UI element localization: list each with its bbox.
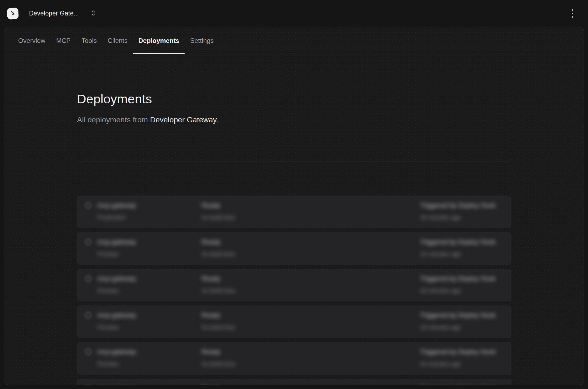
deployment-name: mcp-gateway bbox=[97, 348, 136, 356]
project-title: Developer Gate... bbox=[29, 10, 79, 17]
deployment-build-time: 0s build time bbox=[202, 250, 235, 258]
deployment-trigger-cell: Triggered by Deploy Hook 24 minutes ago bbox=[420, 232, 503, 265]
deployment-name: mcp-gateway bbox=[97, 311, 136, 319]
deployment-name: mcp-gateway bbox=[97, 238, 136, 246]
deployment-name: mcp-gateway bbox=[97, 201, 136, 209]
deployment-status: Ready bbox=[202, 311, 235, 319]
deployment-time-ago: 24 minutes ago bbox=[420, 323, 496, 331]
deployment-name-cell: mcp-gateway Preview bbox=[85, 342, 202, 375]
deployment-status: Ready bbox=[202, 238, 235, 246]
section-divider bbox=[77, 161, 511, 161]
deployment-build-time: 0s build time bbox=[202, 287, 235, 295]
deployment-environment: Preview bbox=[97, 323, 136, 331]
page-title: Deployments bbox=[77, 91, 511, 107]
status-circle-icon bbox=[85, 276, 91, 282]
tab-bar: Overview MCP Tools Clients Deployments S… bbox=[4, 27, 584, 54]
deployment-status-cell: Ready 0s build time bbox=[202, 305, 420, 338]
deployment-status-cell: Ready 0s build time bbox=[202, 269, 420, 301]
deployment-triggered-by: Triggered by Deploy Hook bbox=[420, 384, 496, 385]
deployment-trigger-cell: Triggered by Deploy Hook 24 minutes ago bbox=[420, 379, 503, 385]
deployment-name: mcp-gateway bbox=[97, 384, 136, 385]
deployment-trigger-cell: Triggered by Deploy Hook 24 minutes ago bbox=[420, 305, 503, 338]
deployment-time-ago: 24 minutes ago bbox=[420, 360, 496, 368]
deployment-build-time: 0s build time bbox=[202, 213, 235, 222]
project-switcher-button[interactable] bbox=[90, 9, 97, 18]
deployment-environment: Preview bbox=[97, 360, 136, 368]
arrow-down-right-icon bbox=[10, 10, 16, 17]
deployment-row[interactable]: mcp-gateway Preview Ready 0s build time … bbox=[77, 232, 511, 265]
deployment-triggered-by: Triggered by Deploy Hook bbox=[420, 311, 496, 319]
deployment-name-cell: mcp-gateway Preview bbox=[85, 379, 202, 385]
chevrons-up-down-icon bbox=[91, 10, 96, 17]
deployment-time-ago: 24 minutes ago bbox=[420, 250, 496, 258]
tab-settings[interactable]: Settings bbox=[185, 27, 219, 54]
deployment-name-cell: mcp-gateway Preview bbox=[85, 232, 202, 265]
tab-mcp[interactable]: MCP bbox=[51, 27, 76, 54]
deployment-build-time: 0s build time bbox=[202, 360, 235, 368]
deployment-status-cell: Ready 0s build time bbox=[202, 342, 420, 375]
status-circle-icon bbox=[85, 202, 91, 208]
deployment-name: mcp-gateway bbox=[97, 275, 136, 283]
page-subtitle: All deployments from Developer Gateway. bbox=[77, 115, 511, 125]
main-panel: Overview MCP Tools Clients Deployments S… bbox=[4, 27, 584, 385]
deployment-row[interactable]: mcp-gateway Production Ready 0s build ti… bbox=[77, 196, 511, 228]
deployment-status-cell: Ready 0s build time bbox=[202, 196, 420, 228]
deployment-triggered-by: Triggered by Deploy Hook bbox=[420, 201, 496, 209]
deployment-triggered-by: Triggered by Deploy Hook bbox=[420, 275, 496, 283]
status-circle-icon bbox=[85, 239, 91, 245]
deployment-trigger-cell: Triggered by Deploy Hook 24 minutes ago bbox=[420, 269, 503, 301]
tab-deployments[interactable]: Deployments bbox=[133, 27, 185, 54]
deployment-status: Ready bbox=[202, 201, 235, 209]
project-logo[interactable] bbox=[7, 7, 19, 19]
deployment-name-cell: mcp-gateway Preview bbox=[85, 305, 202, 338]
status-circle-icon bbox=[85, 312, 91, 318]
deployment-status: Ready bbox=[202, 384, 235, 385]
deployment-trigger-cell: Triggered by Deploy Hook 24 minutes ago bbox=[420, 342, 503, 375]
tab-tools[interactable]: Tools bbox=[76, 27, 102, 54]
tab-clients[interactable]: Clients bbox=[102, 27, 133, 54]
deployment-row[interactable]: mcp-gateway Preview Ready 0s build time … bbox=[77, 379, 511, 385]
status-circle-icon bbox=[85, 349, 91, 355]
deployment-environment: Preview bbox=[97, 287, 136, 295]
deployment-triggered-by: Triggered by Deploy Hook bbox=[420, 348, 496, 356]
deployment-time-ago: 24 minutes ago bbox=[420, 287, 496, 295]
deployment-triggered-by: Triggered by Deploy Hook bbox=[420, 238, 496, 246]
deployment-row[interactable]: mcp-gateway Preview Ready 0s build time … bbox=[77, 342, 511, 375]
deployment-status: Ready bbox=[202, 275, 235, 283]
tab-overview[interactable]: Overview bbox=[13, 27, 51, 54]
deployment-build-time: 0s build time bbox=[202, 323, 235, 331]
deployment-row[interactable]: mcp-gateway Preview Ready 0s build time … bbox=[77, 269, 511, 301]
deployment-status: Ready bbox=[202, 348, 235, 356]
deployment-name-cell: mcp-gateway Production bbox=[85, 196, 202, 228]
deployment-list: mcp-gateway Production Ready 0s build ti… bbox=[77, 196, 511, 385]
deployment-status-cell: Ready 0s build time bbox=[202, 232, 420, 265]
deployment-name-cell: mcp-gateway Preview bbox=[85, 269, 202, 301]
subtitle-project-name: Developer Gateway. bbox=[150, 116, 219, 124]
deployments-section: Deployments All deployments from Develop… bbox=[77, 91, 511, 385]
deployment-trigger-cell: Triggered by Deploy Hook 24 minutes ago bbox=[420, 196, 503, 228]
subtitle-prefix: All deployments from bbox=[77, 116, 150, 124]
deployment-status-cell: Ready 0s build time bbox=[202, 379, 420, 385]
topbar: Developer Gate... bbox=[0, 0, 588, 27]
deployment-environment: Production bbox=[97, 213, 136, 222]
deployment-row[interactable]: mcp-gateway Preview Ready 0s build time … bbox=[77, 305, 511, 338]
more-options-button[interactable] bbox=[568, 8, 577, 19]
deployment-environment: Preview bbox=[97, 250, 136, 258]
deployment-time-ago: 24 minutes ago bbox=[420, 213, 496, 222]
